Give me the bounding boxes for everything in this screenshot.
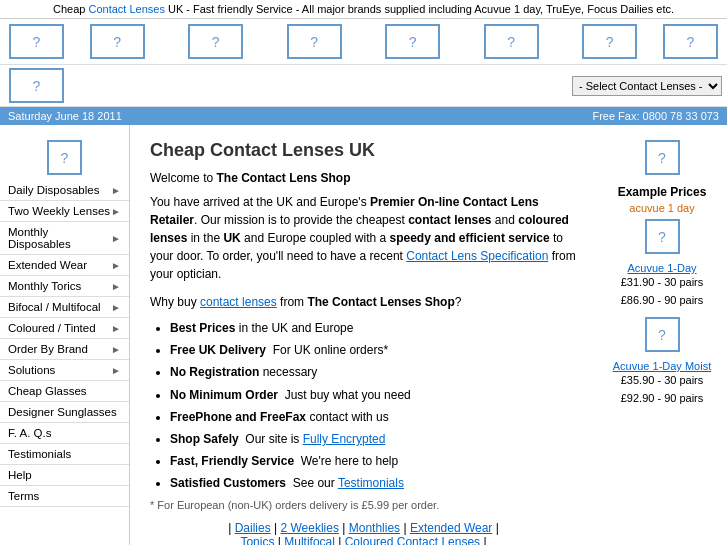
example-prices-title: Example Prices xyxy=(602,185,722,199)
sidebar-item-coloured[interactable]: Coloured / Tinted ► xyxy=(0,318,129,339)
arrow-icon: ► xyxy=(111,365,121,376)
sidebar-label: Monthly Disposables xyxy=(8,226,111,250)
ad-1: ? xyxy=(9,24,64,59)
sidebar-item-extended-wear[interactable]: Extended Wear ► xyxy=(0,255,129,276)
contact-lenses-link[interactable]: contact lenses xyxy=(200,295,277,309)
arrow-icon: ► xyxy=(111,185,121,196)
select-row: - Select Contact Lenses - xyxy=(572,76,722,96)
product-item-acuvue-1day: Acuvue 1-Day £31.90 - 30 pairs £86.90 - … xyxy=(602,262,722,309)
sidebar-item-monthly-disposables[interactable]: Monthly Disposables ► xyxy=(0,222,129,255)
arrow-icon: ► xyxy=(111,260,121,271)
benefit-item: Free UK Delivery For UK online orders* xyxy=(170,341,577,360)
sidebar-item-bifocal[interactable]: Bifocal / Multifocal ► xyxy=(0,297,129,318)
quick-links-row: | Dailies | 2 Weeklies | Monthlies | Ext… xyxy=(150,521,577,546)
info-bar: Saturday June 18 2011 Free Fax: 0800 78 … xyxy=(0,107,727,125)
right-ad-2: ? xyxy=(645,219,680,254)
ad-5: ? xyxy=(385,24,440,59)
ad-4: ? xyxy=(287,24,342,59)
arrow-icon: ► xyxy=(111,281,121,292)
coloured-lenses-link[interactable]: Coloured Contact Lenses xyxy=(345,535,480,546)
arrow-icon: ► xyxy=(111,233,121,244)
ad-6: ? xyxy=(484,24,539,59)
ad-row-1: ? ? ? ? ? ? ? ? xyxy=(0,19,727,65)
benefit-item: Fast, Friendly Service We're here to hel… xyxy=(170,452,577,471)
right-ad-1: ? xyxy=(645,140,680,175)
benefit-item: No Minimum Order Just buy what you need xyxy=(170,386,577,405)
extended-wear-link[interactable]: Extended Wear xyxy=(410,521,493,535)
sidebar-item-designer-sunglasses[interactable]: Designer Sunglasses xyxy=(0,402,129,423)
sidebar-item-solutions[interactable]: Solutions ► xyxy=(0,360,129,381)
page-title: Cheap Contact Lenses UK xyxy=(150,140,577,161)
sidebar-item-help[interactable]: Help xyxy=(0,465,129,486)
product-price: £86.90 - 90 pairs xyxy=(602,292,722,310)
product-name-link[interactable]: Acuvue 1-Day Moist xyxy=(602,360,722,372)
testimonials-link[interactable]: Testimonials xyxy=(338,476,404,490)
date-text: Saturday June 18 2011 xyxy=(8,110,122,122)
monthlies-link[interactable]: Monthlies xyxy=(349,521,400,535)
product-price: £35.90 - 30 pairs xyxy=(602,372,722,390)
sidebar-label: Daily Disposables xyxy=(8,184,99,196)
tonics-link[interactable]: Tonics xyxy=(240,535,274,546)
sidebar-item-cheap-glasses[interactable]: Cheap Glasses xyxy=(0,381,129,402)
sidebar: ? Daily Disposables ► Two Weekly Lenses … xyxy=(0,125,130,545)
main-layout: ? Daily Disposables ► Two Weekly Lenses … xyxy=(0,125,727,545)
benefit-item: Shop Safely Our site is Fully Encrypted xyxy=(170,430,577,449)
benefits-list: Best Prices in the UK and Europe Free UK… xyxy=(170,319,577,494)
sidebar-label: Extended Wear xyxy=(8,259,87,271)
arrow-icon: ► xyxy=(111,344,121,355)
sidebar-label: Monthly Torics xyxy=(8,280,81,292)
benefit-item: FreePhone and FreeFax contact with us xyxy=(170,408,577,427)
arrow-icon: ► xyxy=(111,323,121,334)
right-panel: ? Example Prices acuvue 1 day ? Acuvue 1… xyxy=(597,125,727,545)
intro-paragraph: You have arrived at the UK and Europe's … xyxy=(150,193,577,283)
benefit-item: No Registration necessary xyxy=(170,363,577,382)
dailies-link[interactable]: Dailies xyxy=(235,521,271,535)
right-ad-3: ? xyxy=(645,317,680,352)
ad-7: ? xyxy=(582,24,637,59)
fax-text: Free Fax: 0800 78 33 073 xyxy=(592,110,719,122)
arrow-icon: ► xyxy=(111,206,121,217)
banner-text: Cheap Contact Lenses UK - Fast friendly … xyxy=(53,3,674,15)
banner-link[interactable]: Contact Lenses xyxy=(88,3,164,15)
sidebar-item-monthly-torics[interactable]: Monthly Torics ► xyxy=(0,276,129,297)
sidebar-item-faqs[interactable]: F. A. Q.s xyxy=(0,423,129,444)
brand-label: acuvue 1 day xyxy=(602,202,722,214)
example-prices-section: Example Prices acuvue 1 day ? Acuvue 1-D… xyxy=(602,185,722,407)
product-item-acuvue-1day-moist: Acuvue 1-Day Moist £35.90 - 30 pairs £92… xyxy=(602,360,722,407)
product-price: £31.90 - 30 pairs xyxy=(602,274,722,292)
ad-9: ? xyxy=(9,68,64,103)
sidebar-ad: ? xyxy=(47,140,82,175)
arrow-icon: ► xyxy=(111,302,121,313)
ad-3: ? xyxy=(188,24,243,59)
sidebar-label: Solutions xyxy=(8,364,55,376)
sidebar-item-testimonials[interactable]: Testimonials xyxy=(0,444,129,465)
2weeklies-link[interactable]: 2 Weeklies xyxy=(280,521,338,535)
sidebar-label: Coloured / Tinted xyxy=(8,322,96,334)
sidebar-label: Bifocal / Multifocal xyxy=(8,301,101,313)
why-buy-text: Why buy contact lenses from The Contact … xyxy=(150,293,577,311)
sidebar-item-terms[interactable]: Terms xyxy=(0,486,129,507)
footnote-text: * For European (non-UK) orders delivery … xyxy=(150,499,577,511)
sidebar-item-two-weekly[interactable]: Two Weekly Lenses ► xyxy=(0,201,129,222)
multifocal-link[interactable]: Multifocal xyxy=(284,535,335,546)
ad-row-2: ? - Select Contact Lenses - xyxy=(0,65,727,107)
top-banner: Cheap Contact Lenses UK - Fast friendly … xyxy=(0,0,727,19)
ad-2: ? xyxy=(90,24,145,59)
product-price: £92.90 - 90 pairs xyxy=(602,390,722,408)
benefit-item: Best Prices in the UK and Europe xyxy=(170,319,577,338)
ad-8: ? xyxy=(663,24,718,59)
sidebar-label: Order By Brand xyxy=(8,343,88,355)
main-content: Cheap Contact Lenses UK Welcome to The C… xyxy=(130,125,597,545)
fully-encrypted-link[interactable]: Fully Encrypted xyxy=(303,432,386,446)
sidebar-label: Two Weekly Lenses xyxy=(8,205,110,217)
shop-name: The Contact Lens Shop xyxy=(216,171,350,185)
product-name-link[interactable]: Acuvue 1-Day xyxy=(602,262,722,274)
sidebar-item-order-by-brand[interactable]: Order By Brand ► xyxy=(0,339,129,360)
contact-lens-spec-link[interactable]: Contact Lens Specification xyxy=(406,249,548,263)
sidebar-item-daily-disposables[interactable]: Daily Disposables ► xyxy=(0,180,129,201)
benefit-item: Satisfied Customers See our Testimonials xyxy=(170,474,577,493)
lens-select-dropdown[interactable]: - Select Contact Lenses - xyxy=(572,76,722,96)
welcome-text: Welcome to The Contact Lens Shop xyxy=(150,171,577,185)
